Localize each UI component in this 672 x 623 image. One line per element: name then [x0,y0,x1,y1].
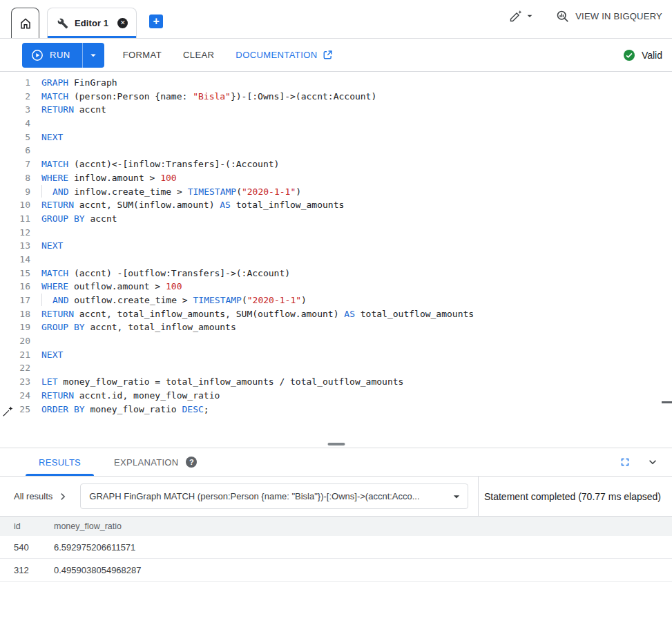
collapse-panel-button[interactable] [646,455,660,469]
play-circle-icon [31,49,44,61]
statement-status-text: Statement completed (70.77 ms elapsed) [484,491,661,502]
bigquery-magnifier-icon [556,10,569,23]
code-text: NEXT [41,239,63,253]
view-in-bigquery-button[interactable]: VIEW IN BIGQUERY [556,10,662,23]
column-header: id [14,521,54,531]
line-number: 21 [0,348,30,362]
code-line[interactable]: 16WHERE outflow.amount > 100 [0,280,672,294]
table-body: 5406.5929752066115713120.495903805496828… [0,536,672,582]
line-number: 19 [0,320,30,334]
caret-down-icon [87,49,99,61]
tab-editor-1[interactable]: Editor 1 ✕ [47,8,137,38]
add-tab-button[interactable]: + [149,15,163,28]
code-line[interactable]: 15MATCH (accnt) -[outflow:Transfers]->(:… [0,267,672,280]
code-lines: 1GRAPH FinGraph2MATCH (person:Person {na… [0,76,672,416]
clear-button[interactable]: CLEAR [183,50,214,60]
code-text: MATCH (person:Person {name: "Bisla"})-[:… [41,90,376,104]
table-row[interactable]: 3120.4959038054968287 [0,559,672,582]
all-results-label: All results [14,491,52,501]
line-number: 23 [0,375,30,389]
code-line[interactable]: 18RETURN accnt, total_inflow_amounts, SU… [0,307,672,321]
line-number: 1 [0,76,30,90]
tab-results[interactable]: RESULTS [26,448,94,476]
close-tab-icon[interactable]: ✕ [117,18,128,28]
code-line[interactable]: 17AND outflow.create_time > TIMESTAMP("2… [0,294,672,307]
panel-resize-handle[interactable] [327,443,345,445]
column-header: money_flow_ratio [54,521,672,531]
chevron-right-icon [56,490,70,504]
line-number: 18 [0,307,30,321]
code-line[interactable]: 13NEXT [0,239,672,253]
indent-guide [41,294,52,306]
tab-explanation[interactable]: EXPLANATION ? [101,448,210,476]
home-tab[interactable] [11,8,39,38]
line-number: 10 [0,198,30,212]
line-number: 5 [0,131,30,144]
help-icon[interactable]: ? [186,457,197,468]
line-number: 3 [0,103,30,117]
results-empty-area [0,582,672,623]
code-line[interactable]: 14 [0,253,672,267]
code-line[interactable]: 1GRAPH FinGraph [0,76,672,90]
documentation-label: DOCUMENTATION [236,50,317,60]
code-text: GROUP BY accnt [41,212,117,226]
code-text: MATCH (accnt)<-[inflow:Transfers]-(:Acco… [41,157,279,171]
explanation-tab-label: EXPLANATION [114,457,178,468]
indent-guide [41,185,52,198]
code-line[interactable]: 10RETURN accnt, SUM(inflow.amount) AS to… [0,198,672,212]
line-number: 22 [0,361,30,375]
line-number: 15 [0,267,30,280]
code-line[interactable]: 19GROUP BY accnt, total_inflow_amounts [0,320,672,334]
code-line[interactable]: 9AND inflow.create_time > TIMESTAMP("202… [0,185,672,199]
margin-magic-wand-icon[interactable] [1,405,15,418]
validity-status: Valid [623,49,662,61]
build-wrench-icon [57,18,68,29]
bigquery-editor-app: Editor 1 ✕ + VIEW IN BIGQUERY [0,0,672,623]
code-line[interactable]: 7MATCH (accnt)<-[inflow:Transfers]-(:Acc… [0,157,672,171]
line-number: 13 [0,239,30,253]
line-number: 2 [0,90,30,104]
run-options-button[interactable] [82,43,104,68]
tabbar-actions: VIEW IN BIGQUERY [509,9,662,23]
fullscreen-icon [619,456,631,468]
statement-status: Statement completed (70.77 ms elapsed) [478,477,672,516]
all-results-breadcrumb[interactable]: All results [0,490,70,504]
code-line[interactable]: 20 [0,334,672,348]
line-number: 6 [0,144,30,157]
table-row[interactable]: 5406.592975206611571 [0,536,672,559]
code-text: RETURN accnt, SUM(inflow.amount) AS tota… [41,198,344,212]
code-line[interactable]: 23LET money_flow_ratio = total_inflow_am… [0,375,672,389]
code-text: AND inflow.create_time > TIMESTAMP("2020… [41,185,301,199]
code-line[interactable]: 25ORDER BY money_flow_ratio DESC; [0,403,672,416]
caret-down-icon [450,490,463,504]
results-tab-label: RESULTS [39,457,81,468]
code-line[interactable]: 5NEXT [0,131,672,144]
line-number: 14 [0,253,30,267]
format-button[interactable]: FORMAT [123,50,162,60]
external-link-icon [323,50,333,60]
code-text: AND outflow.create_time > TIMESTAMP("202… [41,294,307,307]
results-controls: All results GRAPH FinGraph MATCH (person… [0,477,672,517]
run-button[interactable]: RUN [22,43,82,68]
code-line[interactable]: 3RETURN accnt [0,103,672,117]
code-line[interactable]: 8WHERE inflow.amount > 100 [0,171,672,185]
editor-scrollbar-thumb[interactable] [662,401,672,403]
code-editor[interactable]: 1GRAPH FinGraph2MATCH (person:Person {na… [0,72,672,448]
code-line[interactable]: 21NEXT [0,348,672,362]
code-line[interactable]: 24RETURN accnt.id, money_flow_ratio [0,389,672,403]
check-circle-icon [623,49,635,61]
code-line[interactable]: 22 [0,361,672,375]
run-split-button: RUN [22,43,104,68]
statement-select[interactable]: GRAPH FinGraph MATCH (person:Person {nam… [80,483,468,509]
code-line[interactable]: 2MATCH (person:Person {name: "Bisla"})-[… [0,90,672,104]
statement-select-value: GRAPH FinGraph MATCH (person:Person {nam… [89,491,450,501]
code-line[interactable]: 6 [0,144,672,157]
line-number: 20 [0,334,30,348]
line-number: 9 [0,185,30,199]
gemini-suggest-button[interactable] [509,9,535,23]
code-line[interactable]: 11GROUP BY accnt [0,212,672,226]
documentation-button[interactable]: DOCUMENTATION [236,50,333,60]
code-line[interactable]: 12 [0,226,672,240]
code-line[interactable]: 4 [0,117,672,131]
fullscreen-button[interactable] [619,456,631,468]
